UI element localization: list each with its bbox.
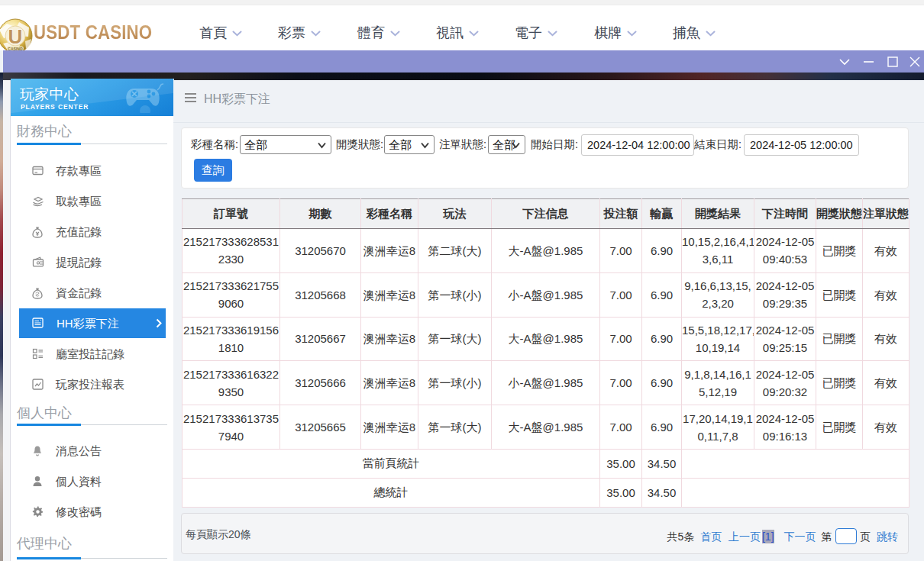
svg-text:U: U bbox=[8, 25, 23, 48]
